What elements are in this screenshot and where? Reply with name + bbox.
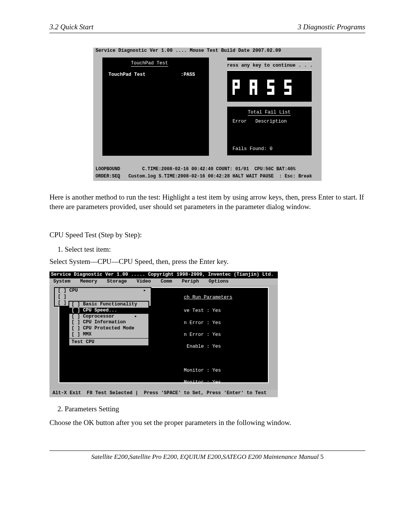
param-line: Monitor : Yes: [184, 368, 221, 373]
menu-video[interactable]: Video: [137, 279, 151, 284]
press-any-key-dialog[interactable]: Press any key to continue . . .: [226, 61, 312, 71]
menu-options[interactable]: Options: [209, 279, 229, 284]
para-parameters: Choose the OK button after you set the p…: [49, 418, 365, 428]
cpu-item-label[interactable]: [ ] CPU: [58, 288, 78, 294]
pass-pixel-art: [233, 73, 306, 95]
step-1: Select test item:: [65, 245, 365, 254]
term1-titlebar: Service Diagnostic Ver 1.00 .... Mouse T…: [93, 48, 322, 54]
system-dropdown[interactable]: [ ] CPU ▸ [ ] [ ] [ ] Basic Functionalit…: [54, 287, 151, 307]
term1-status-line2: ORDER:SEQ Custom.log S.TIME:2008-02-16 0…: [93, 174, 322, 181]
submenu-divider: [69, 338, 148, 339]
menu-storage[interactable]: Storage: [107, 279, 127, 284]
term2-titlebar: Service Diagnostic Ver 1.00 ..... Copyri…: [49, 272, 278, 278]
menu-comm[interactable]: Comm: [161, 279, 172, 284]
param-line: n Error : Yes: [184, 320, 221, 326]
touchpad-row-label: TouchPad Test: [108, 72, 181, 78]
para-alt-method: Here is another method to run the test: …: [49, 192, 365, 212]
step-1-detail: Select System—CPU—CPU Speed, then, press…: [49, 257, 365, 267]
fail-list-box: Total Fail List Error Description Fails …: [226, 106, 312, 156]
run-parameters-heading: ch Run Parameters: [184, 295, 233, 301]
fail-col-error: Error: [233, 119, 247, 124]
menu-system[interactable]: System: [53, 279, 70, 284]
param-line: ve Test : Yes: [184, 308, 221, 313]
blank-item[interactable]: [ ]: [55, 294, 151, 300]
term1-status-line1: LOOPBOUND C.TIME:2008-02-16 00:42:40 COU…: [93, 166, 322, 174]
sub-footer-label: Test CPU: [69, 339, 148, 345]
screenshot-touchpad-test: Service Diagnostic Ver 1.00 .... Mouse T…: [93, 48, 322, 181]
sub-basic-functionality[interactable]: [ ] Basic Functionality: [69, 302, 148, 308]
step-2: Parameters Setting: [65, 405, 365, 413]
submenu-arrow-icon: ▸: [143, 288, 146, 294]
sub-cpu-protected-mode[interactable]: [ ] CPU Protected Mode: [69, 326, 148, 332]
menu-memory[interactable]: Memory: [80, 279, 97, 284]
sub-cpu-speed[interactable]: [ ] CPU Speed...: [69, 308, 148, 314]
footer-text: Satellite E200,Satellite Pro E200, EQUIU…: [91, 453, 319, 460]
run-parameters-panel: ch Run Parameters ve Test : Yes n Error …: [59, 287, 269, 383]
touchpad-panel: TouchPad Test TouchPad Test :PASS: [102, 57, 210, 157]
page-number: 5: [320, 453, 324, 460]
term2-menubar[interactable]: System Memory Storage Video Comm Periph …: [49, 278, 278, 285]
term2-status-line: Alt-X Exit F8 Test Selected | Press 'SPA…: [49, 390, 278, 397]
touchpad-row-value: :PASS: [181, 72, 195, 78]
page-header: 3.2 Quick Start 3 Diagnostic Programs: [49, 23, 365, 33]
fail-list-title: Total Fail List: [248, 110, 291, 116]
fail-col-desc: Description: [255, 119, 287, 124]
pass-display-box: Press any key to continue . . .: [226, 57, 312, 102]
page-footer: Satellite E200,Satellite Pro E200, EQUIU…: [49, 453, 365, 461]
sub-mmx[interactable]: [ ] MMX: [69, 332, 148, 338]
param-line: Monitor : Yes: [184, 380, 221, 385]
menu-periph[interactable]: Periph: [182, 279, 199, 284]
screenshot-cpu-speed: Service Diagnostic Ver 1.00 ..... Copyri…: [49, 272, 278, 397]
param-line: Enable : Yes: [184, 344, 221, 349]
header-right: 3 Diagnostic Programs: [298, 23, 365, 31]
cpu-submenu[interactable]: [ ] Basic Functionality [ ] CPU Speed...…: [68, 301, 149, 346]
touchpad-panel-title: TouchPad Test: [131, 61, 168, 67]
sub-cpu-information[interactable]: [ ] CPU Information: [69, 320, 148, 326]
param-line: n Error : Yes: [184, 332, 221, 337]
cpu-speed-heading: CPU Speed Test (Step by Step):: [49, 230, 365, 240]
header-left: 3.2 Quick Start: [49, 23, 94, 31]
fails-found: Fails Found: 0: [233, 146, 272, 152]
sub-coprocessor[interactable]: [ ] Coprocessor ▸: [69, 314, 148, 320]
